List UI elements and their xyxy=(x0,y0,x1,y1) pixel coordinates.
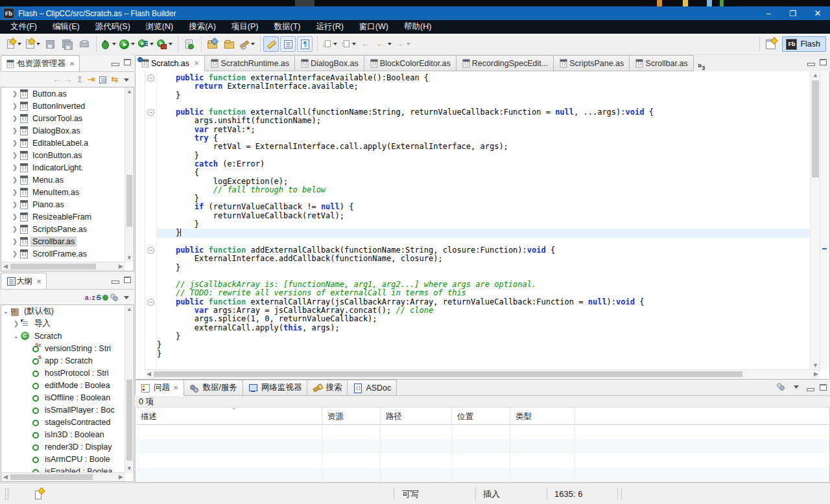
panel-tab-asdoc[interactable]: ASDoc xyxy=(348,380,397,396)
hide-static-icon[interactable]: S xyxy=(97,293,101,301)
column-header[interactable]: 类型 xyxy=(510,407,575,424)
code-line[interactable]: return ExternalInterface.available; xyxy=(157,82,810,91)
view-menu-icon[interactable] xyxy=(124,78,129,82)
file-item[interactable]: ❯Piano.as xyxy=(1,198,125,211)
show-source-toggle[interactable] xyxy=(280,36,296,52)
filters-icon[interactable] xyxy=(110,293,120,302)
chevron-right-icon[interactable]: ❯ xyxy=(10,189,19,196)
code-line[interactable]: logException(e); xyxy=(157,178,810,186)
file-item[interactable]: ❯MenuItem.as xyxy=(1,186,125,198)
code-line[interactable]: args.splice(1, 0, returnValueCallback); xyxy=(157,315,810,323)
chevron-right-icon[interactable]: ❯ xyxy=(10,250,19,257)
code-line[interactable]: public function externalInterfaceAvailab… xyxy=(157,74,810,82)
print-button[interactable] xyxy=(76,36,91,52)
chevron-right-icon[interactable]: ❯ xyxy=(12,320,21,327)
menu-item[interactable]: 搜索(A) xyxy=(181,20,224,34)
file-item[interactable]: ❯IconButton.as xyxy=(1,149,125,161)
outline-tab[interactable]: 大纲 ✕ xyxy=(1,273,47,289)
outline-member[interactable]: isSmallPlayer : Boc xyxy=(1,404,125,416)
hide-non-public-icon[interactable] xyxy=(102,295,108,301)
code-line[interactable]: } xyxy=(157,350,810,358)
code-line[interactable]: { xyxy=(157,168,810,177)
editor-tab[interactable]: Scratch.as✕ xyxy=(135,55,205,71)
new-button[interactable] xyxy=(5,36,22,52)
outline-member[interactable]: ScversionString : Stri xyxy=(1,342,125,354)
package-explorer-hscrollbar[interactable]: ◀▶ xyxy=(1,262,125,271)
nav-forward-icon[interactable]: → xyxy=(63,74,73,85)
menu-item[interactable]: 帮助(H) xyxy=(396,20,439,34)
code-line[interactable]: try { xyxy=(157,134,810,143)
column-header[interactable]: 位置 xyxy=(452,407,510,424)
outline-member[interactable]: editMode : Boolea xyxy=(1,379,125,391)
export-release-button[interactable] xyxy=(181,36,196,52)
editor-tab[interactable]: Scrollbar.as xyxy=(630,55,693,71)
chevron-right-icon[interactable]: ❯ xyxy=(10,139,19,146)
code-line[interactable]: } xyxy=(157,341,810,349)
minimize-view-button[interactable] xyxy=(111,276,119,283)
package-explorer-vscrollbar[interactable]: ▲▼ xyxy=(124,87,134,262)
column-header[interactable]: 路径 xyxy=(381,407,452,424)
code-line[interactable]: retVal = ExternalInterface.call.apply(Ex… xyxy=(157,143,810,151)
close-button[interactable]: ✕ xyxy=(805,6,830,20)
maximize-editor-button[interactable] xyxy=(819,58,827,65)
editor-hscrollbar[interactable]: ◀▶ xyxy=(145,369,820,379)
code-line[interactable] xyxy=(157,238,810,246)
minimize-view-button[interactable] xyxy=(111,58,119,65)
maximize-panel-button[interactable] xyxy=(819,384,827,391)
chevron-right-icon[interactable]: ❯ xyxy=(10,164,19,171)
maximize-view-button[interactable] xyxy=(123,58,132,65)
outline-member[interactable]: isIn3D : Boolean xyxy=(1,428,125,441)
fold-collapse-icon[interactable]: − xyxy=(147,74,154,82)
code-line[interactable] xyxy=(157,272,810,281)
code-line[interactable]: // jsCallbackArray is: [functionName, ar… xyxy=(157,281,810,289)
maximize-view-button[interactable] xyxy=(123,276,132,283)
chevron-right-icon[interactable]: ❯ xyxy=(10,238,19,245)
minimize-editor-button[interactable] xyxy=(807,58,815,65)
file-item[interactable]: ❯EditableLabel.a xyxy=(1,137,125,149)
open-resource-button[interactable] xyxy=(221,36,237,52)
menu-item[interactable]: 源代码(S) xyxy=(88,20,138,34)
outline-member[interactable]: render3D : Display xyxy=(1,441,125,453)
chevron-right-icon[interactable]: ❯ xyxy=(10,176,19,183)
code-line[interactable] xyxy=(157,100,810,108)
save-all-button[interactable] xyxy=(59,36,75,52)
code-line[interactable]: var retVal:*; xyxy=(157,126,810,134)
chevron-down-icon[interactable]: ⌄ xyxy=(12,332,21,339)
flash-perspective-button[interactable]: Fb Flash xyxy=(782,36,826,52)
code-line[interactable]: if (returnValueCallback != null) { xyxy=(157,203,810,211)
open-perspective-button[interactable] xyxy=(765,38,778,50)
nav-up-icon[interactable]: ↥ xyxy=(75,74,85,85)
maximize-button[interactable]: ❐ xyxy=(781,6,805,20)
chevron-right-icon[interactable]: ❯ xyxy=(10,115,19,122)
outline-member[interactable]: isArmCPU : Boole xyxy=(1,453,125,465)
menu-item[interactable]: 文件(F) xyxy=(3,20,45,34)
editor-tab[interactable]: BlockColorEditor.as xyxy=(364,55,456,71)
code-line[interactable]: } xyxy=(157,91,810,100)
code-line[interactable]: public function addExternalCallback(func… xyxy=(157,246,810,255)
last-edit-location-button[interactable]: ← xyxy=(358,36,374,52)
code-line[interactable]: } xyxy=(157,229,810,237)
debug-button[interactable] xyxy=(99,36,117,52)
menu-item[interactable]: 数据(T) xyxy=(267,20,309,34)
close-tab-icon[interactable]: ✕ xyxy=(173,384,178,391)
minimize-button[interactable]: – xyxy=(756,6,781,20)
nav-back-icon[interactable]: ← xyxy=(51,74,62,85)
fold-collapse-icon[interactable]: − xyxy=(147,247,154,254)
previous-annotation-button[interactable]: ↑ xyxy=(339,36,357,52)
outline-member[interactable]: Sapp : Scratch xyxy=(1,354,125,367)
column-header[interactable]: 描述 xyxy=(136,407,322,424)
group-icon[interactable] xyxy=(776,382,787,391)
menu-item[interactable]: 编辑(E) xyxy=(45,20,88,34)
view-menu-icon[interactable] xyxy=(794,385,799,389)
editor-tab[interactable]: ScratchRuntime.as xyxy=(205,55,295,71)
collapse-all-icon[interactable] xyxy=(98,74,108,85)
chevron-right-icon[interactable]: ❯ xyxy=(10,90,19,97)
sort-icon[interactable]: a↓z xyxy=(85,294,95,301)
code-line[interactable]: externalCall.apply(this, args); xyxy=(157,324,810,332)
minimize-panel-button[interactable] xyxy=(806,384,814,391)
next-annotation-button[interactable]: ↓ xyxy=(320,36,338,52)
outline-imports-node[interactable]: ❯导入 xyxy=(1,317,125,330)
file-item[interactable]: ❯CursorTool.as xyxy=(1,112,125,124)
code-line[interactable]: } xyxy=(157,194,810,203)
chevron-right-icon[interactable]: ❯ xyxy=(10,213,19,220)
